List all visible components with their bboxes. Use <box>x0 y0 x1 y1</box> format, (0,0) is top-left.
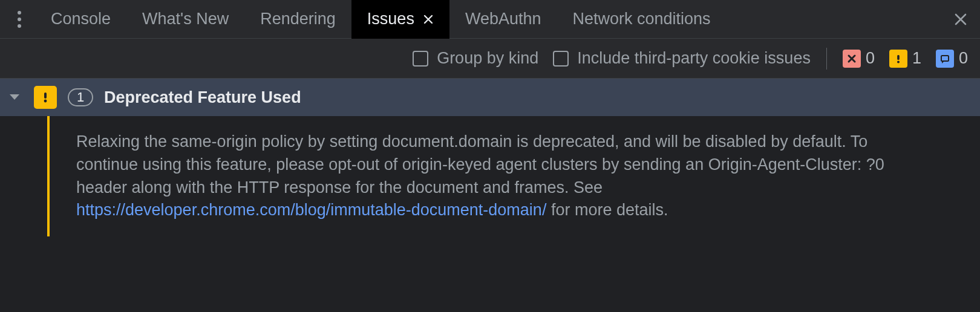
tab-label: Console <box>51 10 111 28</box>
tab-webauthn[interactable]: WebAuthn <box>449 0 557 39</box>
divider <box>826 48 827 70</box>
count-value: 0 <box>866 49 875 68</box>
issue-body: Relaxing the same-origin policy by setti… <box>0 116 980 236</box>
issue-description: Relaxing the same-origin policy by setti… <box>50 116 957 236</box>
tab-network-conditions[interactable]: Network conditions <box>557 0 726 39</box>
svg-point-7 <box>44 100 47 103</box>
tab-label: Issues <box>367 10 414 28</box>
svg-rect-3 <box>897 55 900 60</box>
svg-point-4 <box>897 60 900 63</box>
checkbox-box-icon <box>553 51 569 67</box>
tab-strip: Console What's New Rendering Issues WebA… <box>0 0 980 39</box>
include-third-party-checkbox[interactable]: Include third-party cookie issues <box>553 49 811 68</box>
close-panel-button[interactable] <box>941 0 980 39</box>
close-icon[interactable] <box>423 14 434 25</box>
tab-whats-new[interactable]: What's New <box>126 0 244 39</box>
svg-point-1 <box>18 18 21 21</box>
info-count[interactable]: 0 <box>936 49 968 68</box>
checkbox-box-icon <box>413 51 428 67</box>
svg-point-0 <box>18 11 21 15</box>
warning-icon <box>889 50 907 68</box>
issue-body-text-after: for more details. <box>546 201 668 219</box>
issue-count-pill: 1 <box>68 88 93 106</box>
issue-title: Deprecated Feature Used <box>104 88 301 107</box>
issue-body-text: Relaxing the same-origin policy by setti… <box>76 132 884 197</box>
tab-rendering[interactable]: Rendering <box>244 0 351 39</box>
count-value: 1 <box>77 89 84 105</box>
svg-rect-6 <box>44 93 47 99</box>
svg-rect-5 <box>941 56 949 61</box>
tab-label: WebAuthn <box>465 10 541 28</box>
error-icon <box>843 50 861 68</box>
checkbox-label: Group by kind <box>437 49 538 68</box>
count-value: 0 <box>959 49 968 68</box>
issue-row-header[interactable]: 1 Deprecated Feature Used <box>0 79 980 116</box>
issue-learn-more-link[interactable]: https://developer.chrome.com/blog/immuta… <box>76 201 546 219</box>
info-icon <box>936 50 954 68</box>
tab-issues[interactable]: Issues <box>351 0 449 39</box>
warning-icon <box>34 86 57 109</box>
group-by-kind-checkbox[interactable]: Group by kind <box>413 49 538 68</box>
warnings-count[interactable]: 1 <box>889 49 921 68</box>
tab-console[interactable]: Console <box>35 0 126 39</box>
svg-point-2 <box>18 24 21 28</box>
tab-label: What's New <box>142 10 229 28</box>
issues-toolbar: Group by kind Include third-party cookie… <box>0 39 980 79</box>
tab-label: Network conditions <box>572 10 710 28</box>
errors-count[interactable]: 0 <box>843 49 875 68</box>
count-value: 1 <box>912 49 921 68</box>
chevron-down-icon[interactable] <box>6 93 23 102</box>
kebab-icon[interactable] <box>4 0 35 39</box>
checkbox-label: Include third-party cookie issues <box>577 49 811 68</box>
tab-label: Rendering <box>260 10 336 28</box>
